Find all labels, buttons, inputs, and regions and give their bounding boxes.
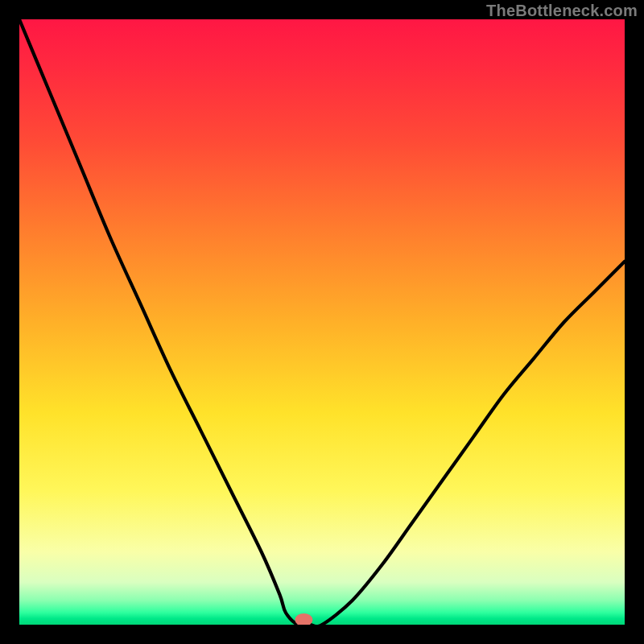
- chart-frame: TheBottleneck.com: [0, 0, 644, 644]
- plot-area: [19, 19, 625, 625]
- watermark-text: TheBottleneck.com: [486, 2, 638, 20]
- svg-point-0: [295, 613, 312, 625]
- minimum-marker: [19, 19, 625, 625]
